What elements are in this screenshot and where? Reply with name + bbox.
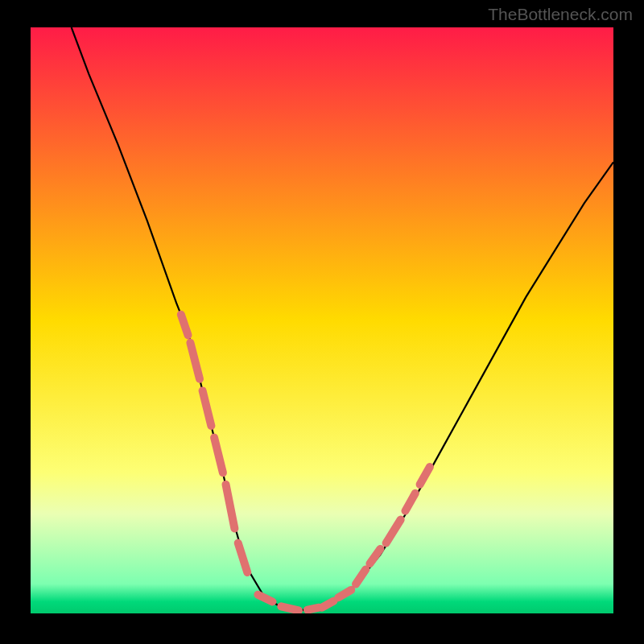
plot-background (31, 27, 613, 613)
chart-container: { "attribution": "TheBottleneck.com", "c… (0, 0, 644, 644)
attribution-text: TheBottleneck.com (488, 5, 633, 24)
svg-line-15 (281, 606, 299, 610)
bottleneck-chart (0, 0, 644, 644)
svg-line-16 (308, 608, 320, 610)
svg-line-7 (322, 601, 334, 608)
